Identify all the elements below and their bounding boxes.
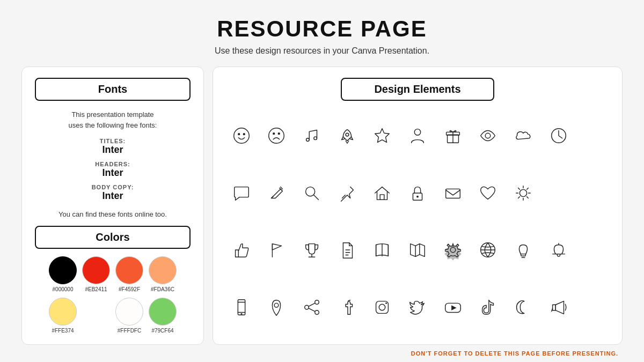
icon-cell-document [332, 224, 363, 277]
color-hex-yellow: #FFE374 [52, 328, 74, 334]
icon-cell-sad [261, 109, 292, 162]
icon-cell-empty-r4 [578, 281, 609, 334]
map-icon [407, 240, 428, 260]
footer: DON'T FORGET TO DELETE THIS PAGE BEFORE … [21, 348, 623, 358]
svg-line-45 [309, 303, 314, 306]
color-hex-black: #000000 [53, 286, 74, 292]
icon-cell-cloud [508, 109, 539, 162]
star-icon [372, 125, 392, 146]
fonts-description: This presentation template uses the foll… [69, 109, 157, 130]
font-label-body: BODY COPY: [92, 184, 134, 190]
chat-icon [231, 183, 252, 203]
svg-rect-19 [445, 189, 460, 198]
svg-point-43 [305, 305, 309, 309]
icon-cell-star [367, 109, 398, 162]
font-label-headers: HEADERS: [95, 161, 130, 167]
icon-cell-eye [472, 109, 503, 162]
color-swatch-peach [149, 256, 177, 284]
svg-marker-9 [375, 129, 390, 143]
color-item-yellow: #FFE374 [49, 298, 77, 334]
colors-grid: #000000 #EB2411 #F4592F #FDA36C #FFE374 [35, 256, 191, 334]
icon-cell-megaphone [543, 281, 574, 334]
colors-header: Colors [35, 226, 191, 249]
page-subtitle: Use these design resources in your Canva… [215, 46, 429, 56]
icon-cell-person [402, 109, 433, 162]
color-item-orange-red: #F4592F [115, 256, 143, 292]
svg-point-49 [386, 302, 387, 304]
color-swatch-red [82, 256, 110, 284]
footer-note: DON'T FORGET TO DELETE THIS PAGE BEFORE … [411, 350, 618, 357]
pencil-icon [266, 183, 287, 203]
cloud-icon [513, 125, 533, 146]
font-find-text: You can find these fonts online too. [58, 210, 167, 218]
icon-cell-clock [543, 109, 574, 162]
icon-cell-flag [261, 224, 292, 277]
color-item-white: #FFFDFC [115, 298, 143, 334]
icon-cell-location [261, 281, 292, 334]
svg-point-7 [314, 137, 317, 140]
svg-point-3 [269, 128, 284, 144]
icon-cell-moon [508, 281, 539, 334]
color-hex-peach: #FDA36C [151, 286, 174, 292]
font-entry-body: BODY COPY: Inter [92, 184, 134, 202]
svg-point-42 [315, 300, 319, 304]
icon-cell-bulb [508, 224, 539, 277]
icon-cell-chat [226, 167, 257, 220]
font-entry-titles: TITLES: Inter [100, 138, 126, 156]
color-swatch-yellow [49, 298, 77, 326]
icon-cell-search [296, 167, 327, 220]
svg-line-25 [518, 188, 519, 189]
facebook-icon [337, 297, 357, 317]
icon-cell-empty-r3 [578, 224, 609, 277]
pin-icon [337, 183, 357, 203]
svg-marker-51 [451, 305, 457, 311]
icon-cell-phone [226, 281, 257, 334]
icon-cell-tiktok [472, 281, 503, 334]
icon-cell-map [402, 224, 433, 277]
icon-cell-empty-r2b [578, 167, 609, 220]
bulb-icon [513, 240, 533, 260]
color-hex-red: #EB2411 [85, 286, 107, 292]
color-item-green: #79CF64 [149, 298, 177, 334]
color-hex-orange-red: #F4592F [119, 286, 140, 292]
location-icon [266, 297, 287, 317]
globe-icon [478, 240, 498, 260]
book-icon [372, 240, 392, 260]
smile-icon [231, 125, 252, 146]
svg-line-27 [527, 188, 529, 189]
icon-cell-pencil [261, 167, 292, 220]
icon-cell-settings [437, 224, 469, 277]
flag-icon [266, 240, 287, 260]
instagram-icon [372, 297, 392, 317]
document-icon [337, 240, 357, 260]
icon-cell-gift [437, 109, 469, 162]
fonts-header: Fonts [35, 78, 191, 101]
svg-point-20 [519, 189, 526, 196]
twitter-icon [407, 297, 428, 317]
moon-icon [513, 297, 533, 317]
svg-point-6 [306, 138, 310, 142]
gift-icon [443, 125, 463, 146]
icon-cell-empty-r1 [578, 109, 609, 162]
icon-cell-music [296, 109, 327, 162]
icon-cell-heart [472, 167, 503, 220]
svg-line-46 [309, 308, 314, 312]
svg-point-5 [279, 133, 280, 135]
color-item-red: #EB2411 [82, 256, 110, 292]
bell-icon [548, 240, 569, 260]
trophy-icon [302, 240, 322, 260]
settings-icon [443, 240, 463, 260]
icon-cell-home [367, 167, 398, 220]
svg-point-40 [240, 313, 242, 315]
svg-point-13 [486, 134, 491, 139]
color-item-black: #000000 [49, 256, 77, 292]
svg-point-41 [275, 303, 279, 307]
page-title: RESOURCE PAGE [217, 16, 427, 42]
icon-cell-trophy [296, 224, 327, 277]
heart-icon [478, 183, 498, 203]
phone-icon [231, 297, 252, 317]
font-name-headers: Inter [95, 167, 130, 179]
svg-point-18 [416, 196, 419, 198]
icon-cell-instagram [367, 281, 398, 334]
music-icon [302, 125, 322, 146]
